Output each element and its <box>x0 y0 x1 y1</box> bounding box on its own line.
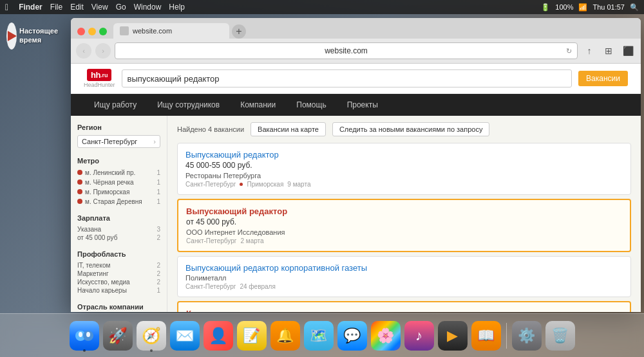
metro-dot-3 <box>77 189 82 194</box>
wifi-icon: 📶 <box>578 3 587 12</box>
browser-toolbar: ‹ › website.com ↻ ↑ ⊞ ⬛ <box>71 39 641 64</box>
dock-notes[interactable]: 📝 <box>237 321 267 351</box>
jobs-follow-button[interactable]: Следить за новыми вакансиями по запросу <box>332 122 489 136</box>
sidebar-industry-title: Отрасль компании <box>77 303 160 311</box>
hh-search-input[interactable]: выпускающий редактор <box>122 69 573 87</box>
menu-go[interactable]: Go <box>116 3 126 12</box>
hh-nav: Ищу работу Ищу сотрудников Компании Помо… <box>71 94 641 116</box>
prof-item-1[interactable]: IT, телеком 2 <box>77 262 160 269</box>
region-arrow-icon: › <box>153 138 156 145</box>
new-tab-button[interactable]: + <box>232 24 246 39</box>
sidebar-salary-section: Зарплата Указана 3 от 45 000 руб 2 <box>77 214 160 241</box>
sidebar-industry-section: Отрасль компании <box>77 303 160 311</box>
close-button[interactable] <box>77 28 85 35</box>
jobs-count: Найдено 4 вакансии <box>177 125 244 133</box>
address-bar[interactable]: website.com ↻ <box>115 42 578 59</box>
menu-window[interactable]: Window <box>134 3 162 12</box>
back-button[interactable]: ‹ <box>76 43 91 59</box>
dock-messages[interactable]: 💬 <box>337 321 367 351</box>
job-card-2[interactable]: Выпускающий редактор от 45 000 руб. ООО … <box>177 199 631 252</box>
job-title-4: Контент-редактор <box>186 309 622 312</box>
job-dot-1 <box>240 183 243 186</box>
nav-projects[interactable]: Проекты <box>337 94 388 116</box>
job-salary-1: 45 000-55 000 руб. <box>185 161 623 170</box>
menu-bar:  Finder File Edit View Go Window Help 🔋… <box>0 0 644 14</box>
dock-safari[interactable]: 🧭 <box>137 321 166 351</box>
share-button[interactable]: ↑ <box>582 43 597 59</box>
menu-view[interactable]: View <box>91 3 108 12</box>
metro-item-3[interactable]: м. Приморская 1 <box>77 188 160 196</box>
tv-logo: Настоящее время <box>6 18 58 53</box>
job-location-1: Санкт-Петербург Приморская 9 марта <box>185 181 623 188</box>
tv-logo-circle <box>6 23 17 50</box>
bookmark-button[interactable]: ⊞ <box>601 43 616 59</box>
dock-mail[interactable]: ✉️ <box>170 321 200 351</box>
metro-item-4[interactable]: м. Старая Деревня 1 <box>77 197 160 205</box>
menu-file[interactable]: File <box>50 3 62 12</box>
hh-header: hh.ru HeadHunter выпускающий редактор Ва… <box>71 64 641 94</box>
browser-tab[interactable]: website.com <box>113 23 229 39</box>
dock-fcpx[interactable]: ▶ <box>438 321 468 351</box>
job-location-2: Санкт-Петербург 2 марта <box>186 237 622 244</box>
dock-launchpad[interactable]: 🚀 <box>103 321 133 351</box>
apple-menu[interactable]:  <box>5 2 8 12</box>
salary-item-2[interactable]: от 45 000 руб 2 <box>77 234 160 241</box>
job-title-2: Выпускающий редактор <box>186 206 622 216</box>
metro-item-2[interactable]: м. Чёрная речка 1 <box>77 178 160 186</box>
jobs-map-button[interactable]: Вакансии на карте <box>251 122 326 136</box>
nav-companies[interactable]: Компании <box>230 94 286 116</box>
sidebar-region-section: Регион Санкт-Петербург › <box>77 124 160 148</box>
browser-window: website.com + ‹ › website.com ↻ ↑ ⊞ ⬛ hh… <box>71 18 641 312</box>
job-title-3: Выпускающий редактор корпоративной газет… <box>185 263 623 273</box>
browser-content: hh.ru HeadHunter выпускающий редактор Ва… <box>71 64 641 312</box>
fullscreen-button[interactable] <box>99 28 107 35</box>
finder-active-dot <box>83 349 86 352</box>
job-company-2: ООО Интернет Исследования <box>186 228 622 236</box>
job-card-3[interactable]: Выпускающий редактор корпоративной газет… <box>177 256 631 297</box>
dock-photos[interactable]: 🌸 <box>371 321 401 351</box>
sidebar-prof-section: Профобласть IT, телеком 2 Маркетинг 2 Ис… <box>77 250 160 294</box>
tv-logo-play-icon <box>8 31 17 41</box>
safari-active-dot <box>150 349 153 352</box>
dock-contacts[interactable]: 👤 <box>204 321 233 351</box>
menu-bar-left:  Finder File Edit View Go Window Help <box>5 2 541 12</box>
job-title-1: Выпускающий редактор <box>185 150 623 160</box>
hh-vacancies-button[interactable]: Вакансии <box>578 71 628 86</box>
sidebar-region-filter[interactable]: Санкт-Петербург › <box>77 135 160 148</box>
prof-item-3[interactable]: Искусство, медиа 2 <box>77 279 160 286</box>
dock-reminders[interactable]: 🔔 <box>270 321 300 351</box>
metro-dot-4 <box>77 199 82 204</box>
tv-logo-text: Настоящее время <box>19 27 58 44</box>
job-card-4[interactable]: Контент-редактор от 25 000 руб. ООО Инте… <box>177 301 631 312</box>
prof-item-2[interactable]: Маркетинг 2 <box>77 270 160 277</box>
battery-icon: 🔋 <box>541 3 550 12</box>
dock-trash[interactable]: 🗑️ <box>545 321 575 351</box>
nav-job-search[interactable]: Ищу работу <box>84 94 147 116</box>
spotlight-icon[interactable]: 🔍 <box>630 3 639 12</box>
menu-help[interactable]: Help <box>169 3 185 12</box>
menu-edit[interactable]: Edit <box>70 3 84 12</box>
prof-item-4[interactable]: Начало карьеры 1 <box>77 287 160 294</box>
extensions-button[interactable]: ⬛ <box>620 43 636 59</box>
sidebar-salary-title: Зарплата <box>77 214 160 222</box>
minimize-button[interactable] <box>88 28 96 35</box>
address-text: website.com <box>325 46 368 55</box>
hh-jobs-list: Найдено 4 вакансии Вакансии на карте Сле… <box>167 116 641 312</box>
forward-button[interactable]: › <box>95 43 111 59</box>
dock-prefs[interactable]: ⚙️ <box>512 321 542 351</box>
menu-finder[interactable]: Finder <box>19 3 43 12</box>
refresh-icon[interactable]: ↻ <box>566 47 572 55</box>
nav-hire[interactable]: Ищу сотрудников <box>147 94 230 116</box>
salary-item-1[interactable]: Указана 3 <box>77 226 160 233</box>
hh-sidebar: Регион Санкт-Петербург › Метро м. Ленинс… <box>71 116 167 312</box>
dock-maps[interactable]: 🗺️ <box>304 321 334 351</box>
metro-item-1[interactable]: м. Ленинский пр. 1 <box>77 169 160 176</box>
dock-itunes[interactable]: ♪ <box>404 321 434 351</box>
svg-point-3 <box>86 332 90 337</box>
svg-point-2 <box>79 332 82 337</box>
nav-help[interactable]: Помощь <box>286 94 336 116</box>
dock-finder[interactable] <box>70 321 99 351</box>
dock-ibooks[interactable]: 📖 <box>471 321 501 351</box>
job-card-1[interactable]: Выпускающий редактор 45 000-55 000 руб. … <box>177 143 631 195</box>
tab-label: website.com <box>133 27 172 35</box>
